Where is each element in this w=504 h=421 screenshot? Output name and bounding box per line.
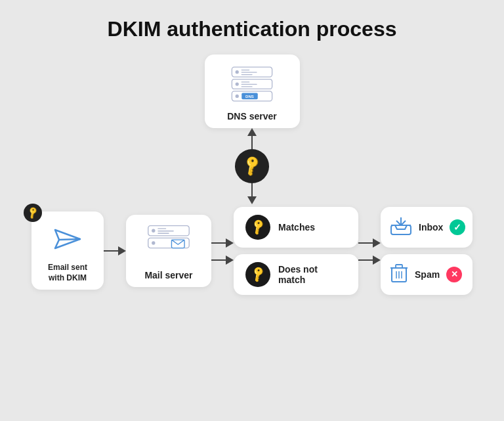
diagram-container: DKIM authentication process	[9, 11, 495, 411]
email-key-icon: 🔑	[26, 206, 40, 219]
arrow-to-inbox	[358, 238, 381, 248]
inbox-check-icon: ✓	[450, 219, 465, 235]
stacked-result-arrows	[358, 237, 381, 265]
matches-key-icon: 🔑	[248, 217, 267, 236]
match-column: 🔑 Matches 🔑 Does not match	[234, 207, 358, 295]
dns-server-label: DNS server	[227, 111, 277, 122]
matches-label: Matches	[278, 222, 315, 233]
no-match-key-icon: 🔑	[248, 265, 267, 284]
dns-arrows: 🔑	[235, 128, 269, 204]
matches-box: 🔑 Matches	[234, 207, 358, 248]
spam-label: Spam	[415, 269, 440, 280]
result-column: Inbox ✓	[381, 207, 472, 295]
email-icon	[52, 225, 83, 257]
inbox-icon	[390, 216, 412, 238]
arrow-to-spam	[358, 255, 381, 265]
arrow-email-to-mail	[104, 246, 126, 255]
key-circle-middle: 🔑	[235, 149, 269, 183]
mail-server-icon	[145, 224, 192, 265]
dns-box: DNS DNS server	[205, 55, 300, 128]
bottom-row: 🔑 Email sent with DKIM	[9, 207, 495, 295]
email-box: 🔑 Email sent with DKIM	[32, 211, 104, 290]
no-match-box: 🔑 Does not match	[234, 254, 358, 295]
stacked-arrows	[211, 237, 234, 265]
svg-line-15	[59, 239, 80, 240]
spam-box: Spam ✕	[381, 254, 472, 295]
mail-server-label: Mail server	[144, 270, 192, 280]
email-label: Email sent with DKIM	[48, 263, 87, 283]
spam-icon	[390, 263, 408, 286]
arrow-to-no-match	[211, 255, 234, 265]
mail-box: Mail server	[126, 215, 211, 287]
no-match-label: Does not match	[278, 264, 346, 285]
svg-text:DNS: DNS	[245, 94, 254, 99]
svg-point-11	[236, 94, 239, 97]
no-match-key-circle: 🔑	[245, 262, 270, 287]
top-section: DNS DNS server 🔑	[205, 55, 300, 204]
spam-x-icon: ✕	[446, 267, 462, 282]
svg-rect-28	[396, 265, 402, 268]
arrow-to-matches	[211, 238, 234, 248]
svg-point-6	[236, 82, 239, 85]
dns-server-icon: DNS	[229, 65, 275, 106]
svg-point-1	[236, 70, 239, 74]
main-flow: DNS DNS server 🔑	[9, 55, 495, 411]
svg-point-17	[152, 229, 155, 232]
inbox-label: Inbox	[419, 222, 443, 233]
svg-point-22	[152, 241, 155, 244]
email-key-badge: 🔑	[24, 204, 42, 222]
matches-key-circle: 🔑	[245, 215, 270, 240]
page-title: DKIM authentication process	[108, 17, 397, 41]
inbox-box: Inbox ✓	[381, 207, 472, 248]
key-icon-middle: 🔑	[240, 154, 264, 178]
